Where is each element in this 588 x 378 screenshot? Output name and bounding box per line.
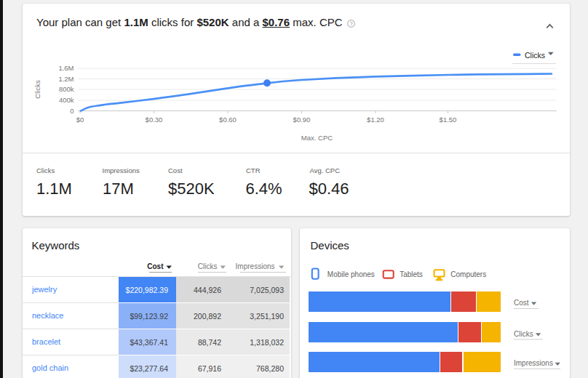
svg-text:800k: 800k xyxy=(59,85,74,93)
svg-text:Computers: Computers xyxy=(450,270,486,278)
svg-text:1.2M: 1.2M xyxy=(58,75,74,83)
svg-text:Impressions: Impressions xyxy=(236,262,275,270)
svg-text:1.6M: 1.6M xyxy=(58,64,74,72)
svg-text:$1.20: $1.20 xyxy=(367,116,384,124)
svg-text:Cost: Cost xyxy=(147,262,164,270)
svg-text:Mobile phones: Mobile phones xyxy=(327,270,375,278)
svg-text:Cost: Cost xyxy=(514,299,529,307)
svg-text:$0: $0 xyxy=(76,116,84,124)
svg-text:Impressions: Impressions xyxy=(514,359,553,367)
svg-text:Clicks: Clicks xyxy=(33,80,41,99)
svg-text:Clicks: Clicks xyxy=(198,262,218,270)
svg-text:400k: 400k xyxy=(59,96,74,104)
svg-text:Clicks: Clicks xyxy=(514,330,533,338)
svg-text:Tablets: Tablets xyxy=(400,270,423,278)
svg-text:$1.50: $1.50 xyxy=(440,116,457,124)
svg-text:$0.30: $0.30 xyxy=(146,116,163,124)
svg-text:Clicks: Clicks xyxy=(525,51,545,60)
svg-text:$0.90: $0.90 xyxy=(293,116,311,124)
svg-text:$0.60: $0.60 xyxy=(219,116,237,124)
svg-text:Max. CPC: Max. CPC xyxy=(301,134,333,142)
svg-text:0: 0 xyxy=(70,107,74,115)
